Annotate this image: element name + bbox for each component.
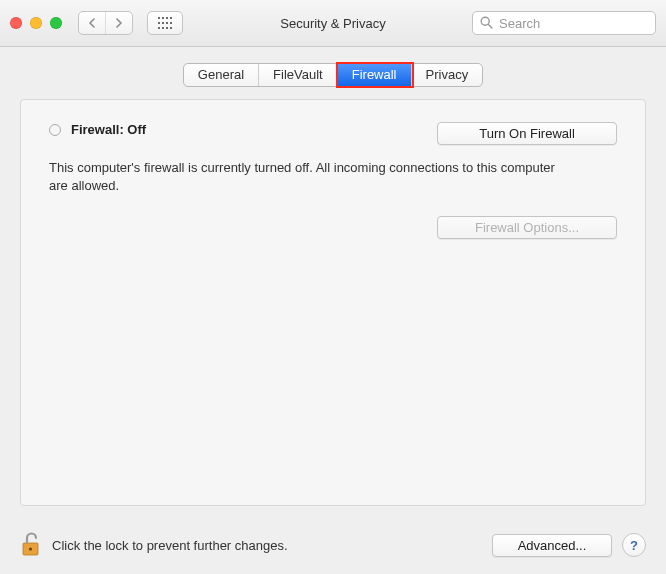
- nav-back-forward: [78, 11, 133, 35]
- chevron-left-icon: [88, 18, 96, 28]
- show-all-prefs-button[interactable]: [147, 11, 183, 35]
- tabs: General FileVault Firewall Privacy: [183, 63, 483, 87]
- titlebar: Security & Privacy Search: [0, 0, 666, 47]
- firewall-options-button: Firewall Options...: [437, 216, 617, 239]
- svg-rect-7: [170, 22, 172, 24]
- content-area: General FileVault Firewall Privacy Firew…: [0, 47, 666, 516]
- close-window-button[interactable]: [10, 17, 22, 29]
- svg-rect-8: [158, 27, 160, 29]
- svg-rect-0: [158, 17, 160, 19]
- help-icon: ?: [630, 538, 638, 553]
- svg-rect-6: [166, 22, 168, 24]
- prefs-window: Security & Privacy Search General FileVa…: [0, 0, 666, 574]
- turn-on-firewall-button[interactable]: Turn On Firewall: [437, 122, 617, 145]
- svg-rect-11: [170, 27, 172, 29]
- firewall-status-title: Firewall: Off: [71, 122, 146, 137]
- back-button[interactable]: [79, 12, 106, 34]
- window-controls: [10, 17, 62, 29]
- forward-button[interactable]: [106, 12, 132, 34]
- tab-firewall[interactable]: Firewall: [338, 64, 412, 86]
- svg-rect-2: [166, 17, 168, 19]
- firewall-status-indicator-icon: [49, 124, 61, 136]
- svg-line-13: [488, 24, 492, 28]
- svg-rect-3: [170, 17, 172, 19]
- search-placeholder: Search: [499, 16, 540, 31]
- help-button[interactable]: ?: [622, 533, 646, 557]
- svg-point-14: [29, 547, 32, 550]
- lock-description: Click the lock to prevent further change…: [52, 538, 288, 553]
- minimize-window-button[interactable]: [30, 17, 42, 29]
- chevron-right-icon: [115, 18, 123, 28]
- firewall-options-label: Firewall Options...: [475, 220, 579, 235]
- firewall-pane: Firewall: Off Turn On Firewall This comp…: [20, 99, 646, 506]
- svg-rect-10: [166, 27, 168, 29]
- zoom-window-button[interactable]: [50, 17, 62, 29]
- firewall-status: Firewall: Off: [49, 122, 146, 137]
- search-icon: [480, 16, 493, 29]
- search-input[interactable]: Search: [472, 11, 656, 35]
- grid-icon: [158, 17, 172, 29]
- turn-on-firewall-label: Turn On Firewall: [479, 126, 575, 141]
- svg-rect-9: [162, 27, 164, 29]
- svg-rect-5: [162, 22, 164, 24]
- footer: Click the lock to prevent further change…: [0, 516, 666, 574]
- firewall-status-row: Firewall: Off Turn On Firewall: [49, 122, 617, 145]
- tab-filevault[interactable]: FileVault: [259, 64, 338, 86]
- tab-general[interactable]: General: [184, 64, 259, 86]
- svg-rect-4: [158, 22, 160, 24]
- lock-button[interactable]: [20, 530, 42, 561]
- firewall-description: This computer's firewall is currently tu…: [49, 159, 559, 194]
- advanced-label: Advanced...: [518, 538, 587, 553]
- advanced-button[interactable]: Advanced...: [492, 534, 612, 557]
- svg-rect-1: [162, 17, 164, 19]
- lock-open-icon: [20, 530, 42, 558]
- tab-privacy[interactable]: Privacy: [412, 64, 483, 86]
